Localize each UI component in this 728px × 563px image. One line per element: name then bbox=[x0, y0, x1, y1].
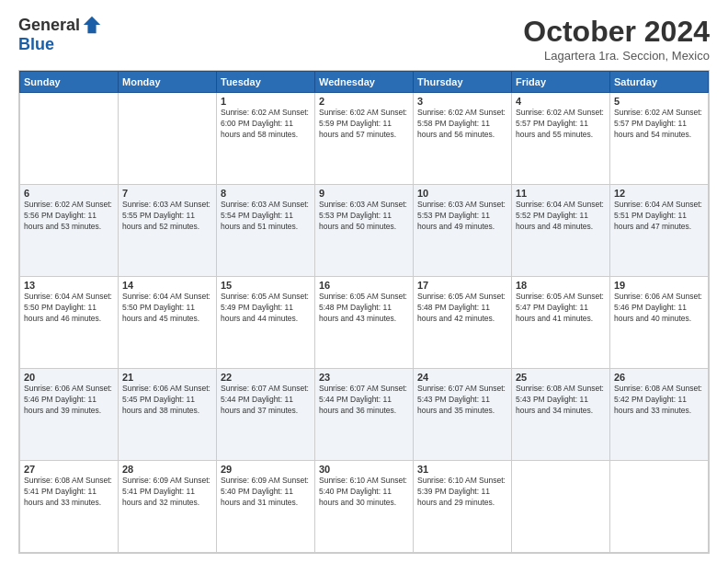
day-info: Sunrise: 6:09 AM Sunset: 5:40 PM Dayligh… bbox=[221, 476, 311, 509]
day-number: 5 bbox=[614, 96, 704, 107]
calendar-cell bbox=[610, 461, 709, 553]
day-number: 26 bbox=[614, 372, 704, 383]
day-info: Sunrise: 6:10 AM Sunset: 5:40 PM Dayligh… bbox=[319, 476, 409, 509]
calendar-header-row: SundayMondayTuesdayWednesdayThursdayFrid… bbox=[20, 72, 709, 93]
day-info: Sunrise: 6:08 AM Sunset: 5:42 PM Dayligh… bbox=[614, 384, 704, 417]
day-info: Sunrise: 6:03 AM Sunset: 5:55 PM Dayligh… bbox=[122, 200, 212, 233]
day-number: 3 bbox=[417, 96, 507, 107]
day-number: 27 bbox=[24, 464, 114, 475]
day-number: 4 bbox=[516, 96, 606, 107]
day-number: 24 bbox=[417, 372, 507, 383]
calendar-week-3: 13Sunrise: 6:04 AM Sunset: 5:50 PM Dayli… bbox=[20, 277, 709, 369]
day-number: 19 bbox=[614, 280, 704, 291]
calendar-cell: 27Sunrise: 6:08 AM Sunset: 5:41 PM Dayli… bbox=[20, 461, 119, 553]
day-info: Sunrise: 6:03 AM Sunset: 5:53 PM Dayligh… bbox=[417, 200, 507, 233]
day-info: Sunrise: 6:06 AM Sunset: 5:46 PM Dayligh… bbox=[614, 292, 704, 325]
day-info: Sunrise: 6:04 AM Sunset: 5:50 PM Dayligh… bbox=[24, 292, 114, 325]
day-number: 1 bbox=[221, 96, 311, 107]
day-info: Sunrise: 6:02 AM Sunset: 5:56 PM Dayligh… bbox=[24, 200, 114, 233]
header: General Blue October 2024 Lagartera 1ra.… bbox=[18, 15, 710, 63]
day-info: Sunrise: 6:02 AM Sunset: 5:59 PM Dayligh… bbox=[319, 108, 409, 141]
day-info: Sunrise: 6:10 AM Sunset: 5:39 PM Dayligh… bbox=[417, 476, 507, 509]
calendar-cell: 4Sunrise: 6:02 AM Sunset: 5:57 PM Daylig… bbox=[512, 93, 610, 185]
calendar-cell: 26Sunrise: 6:08 AM Sunset: 5:42 PM Dayli… bbox=[610, 369, 709, 461]
calendar-cell: 15Sunrise: 6:05 AM Sunset: 5:49 PM Dayli… bbox=[217, 277, 315, 369]
day-info: Sunrise: 6:03 AM Sunset: 5:53 PM Dayligh… bbox=[319, 200, 409, 233]
day-number: 20 bbox=[24, 372, 114, 383]
day-header-monday: Monday bbox=[119, 72, 217, 93]
calendar-cell: 18Sunrise: 6:05 AM Sunset: 5:47 PM Dayli… bbox=[512, 277, 610, 369]
logo-icon bbox=[82, 15, 102, 35]
calendar-cell: 6Sunrise: 6:02 AM Sunset: 5:56 PM Daylig… bbox=[20, 185, 119, 277]
calendar-cell: 25Sunrise: 6:08 AM Sunset: 5:43 PM Dayli… bbox=[512, 369, 610, 461]
calendar-week-1: 1Sunrise: 6:02 AM Sunset: 6:00 PM Daylig… bbox=[20, 93, 709, 185]
day-header-sunday: Sunday bbox=[20, 72, 119, 93]
day-number: 31 bbox=[417, 464, 507, 475]
day-header-thursday: Thursday bbox=[414, 72, 512, 93]
day-info: Sunrise: 6:02 AM Sunset: 5:57 PM Dayligh… bbox=[614, 108, 704, 141]
day-number: 18 bbox=[516, 280, 606, 291]
calendar-cell: 17Sunrise: 6:05 AM Sunset: 5:48 PM Dayli… bbox=[414, 277, 512, 369]
calendar-cell: 30Sunrise: 6:10 AM Sunset: 5:40 PM Dayli… bbox=[315, 461, 414, 553]
calendar: SundayMondayTuesdayWednesdayThursdayFrid… bbox=[18, 70, 710, 554]
day-info: Sunrise: 6:02 AM Sunset: 5:57 PM Dayligh… bbox=[516, 108, 606, 141]
calendar-cell: 21Sunrise: 6:06 AM Sunset: 5:45 PM Dayli… bbox=[119, 369, 217, 461]
calendar-cell: 28Sunrise: 6:09 AM Sunset: 5:41 PM Dayli… bbox=[119, 461, 217, 553]
day-number: 29 bbox=[221, 464, 311, 475]
title-block: October 2024 Lagartera 1ra. Seccion, Mex… bbox=[523, 15, 710, 63]
day-number: 11 bbox=[516, 188, 606, 199]
calendar-cell: 20Sunrise: 6:06 AM Sunset: 5:46 PM Dayli… bbox=[20, 369, 119, 461]
calendar-week-4: 20Sunrise: 6:06 AM Sunset: 5:46 PM Dayli… bbox=[20, 369, 709, 461]
calendar-cell bbox=[512, 461, 610, 553]
day-info: Sunrise: 6:04 AM Sunset: 5:52 PM Dayligh… bbox=[516, 200, 606, 233]
day-info: Sunrise: 6:05 AM Sunset: 5:48 PM Dayligh… bbox=[417, 292, 507, 325]
calendar-cell: 23Sunrise: 6:07 AM Sunset: 5:44 PM Dayli… bbox=[315, 369, 414, 461]
calendar-cell: 13Sunrise: 6:04 AM Sunset: 5:50 PM Dayli… bbox=[20, 277, 119, 369]
calendar-cell: 24Sunrise: 6:07 AM Sunset: 5:43 PM Dayli… bbox=[414, 369, 512, 461]
day-number: 25 bbox=[516, 372, 606, 383]
calendar-cell: 10Sunrise: 6:03 AM Sunset: 5:53 PM Dayli… bbox=[414, 185, 512, 277]
day-number: 17 bbox=[417, 280, 507, 291]
day-info: Sunrise: 6:08 AM Sunset: 5:41 PM Dayligh… bbox=[24, 476, 114, 509]
day-info: Sunrise: 6:04 AM Sunset: 5:50 PM Dayligh… bbox=[122, 292, 212, 325]
day-header-friday: Friday bbox=[512, 72, 610, 93]
month-title: October 2024 bbox=[523, 15, 710, 49]
calendar-cell: 22Sunrise: 6:07 AM Sunset: 5:44 PM Dayli… bbox=[217, 369, 315, 461]
day-number: 14 bbox=[122, 280, 212, 291]
calendar-week-2: 6Sunrise: 6:02 AM Sunset: 5:56 PM Daylig… bbox=[20, 185, 709, 277]
calendar-cell: 11Sunrise: 6:04 AM Sunset: 5:52 PM Dayli… bbox=[512, 185, 610, 277]
day-info: Sunrise: 6:04 AM Sunset: 5:51 PM Dayligh… bbox=[614, 200, 704, 233]
location: Lagartera 1ra. Seccion, Mexico bbox=[523, 49, 710, 63]
calendar-cell: 9Sunrise: 6:03 AM Sunset: 5:53 PM Daylig… bbox=[315, 185, 414, 277]
day-info: Sunrise: 6:03 AM Sunset: 5:54 PM Dayligh… bbox=[221, 200, 311, 233]
day-info: Sunrise: 6:06 AM Sunset: 5:46 PM Dayligh… bbox=[24, 384, 114, 417]
calendar-cell: 2Sunrise: 6:02 AM Sunset: 5:59 PM Daylig… bbox=[315, 93, 414, 185]
day-number: 6 bbox=[24, 188, 114, 199]
day-number: 15 bbox=[221, 280, 311, 291]
calendar-cell: 1Sunrise: 6:02 AM Sunset: 6:00 PM Daylig… bbox=[217, 93, 315, 185]
calendar-cell: 12Sunrise: 6:04 AM Sunset: 5:51 PM Dayli… bbox=[610, 185, 709, 277]
day-info: Sunrise: 6:02 AM Sunset: 6:00 PM Dayligh… bbox=[221, 108, 311, 141]
day-number: 8 bbox=[221, 188, 311, 199]
calendar-cell: 19Sunrise: 6:06 AM Sunset: 5:46 PM Dayli… bbox=[610, 277, 709, 369]
day-number: 28 bbox=[122, 464, 212, 475]
calendar-cell: 7Sunrise: 6:03 AM Sunset: 5:55 PM Daylig… bbox=[119, 185, 217, 277]
day-info: Sunrise: 6:05 AM Sunset: 5:49 PM Dayligh… bbox=[221, 292, 311, 325]
page: General Blue October 2024 Lagartera 1ra.… bbox=[0, 0, 728, 563]
day-number: 2 bbox=[319, 96, 409, 107]
day-number: 21 bbox=[122, 372, 212, 383]
calendar-cell: 16Sunrise: 6:05 AM Sunset: 5:48 PM Dayli… bbox=[315, 277, 414, 369]
day-info: Sunrise: 6:05 AM Sunset: 5:47 PM Dayligh… bbox=[516, 292, 606, 325]
calendar-cell: 8Sunrise: 6:03 AM Sunset: 5:54 PM Daylig… bbox=[217, 185, 315, 277]
day-number: 30 bbox=[319, 464, 409, 475]
calendar-cell: 3Sunrise: 6:02 AM Sunset: 5:58 PM Daylig… bbox=[414, 93, 512, 185]
day-info: Sunrise: 6:07 AM Sunset: 5:43 PM Dayligh… bbox=[417, 384, 507, 417]
calendar-cell bbox=[119, 93, 217, 185]
day-number: 12 bbox=[614, 188, 704, 199]
day-number: 7 bbox=[122, 188, 212, 199]
svg-marker-0 bbox=[84, 17, 100, 33]
calendar-cell bbox=[20, 93, 119, 185]
day-number: 13 bbox=[24, 280, 114, 291]
day-header-saturday: Saturday bbox=[610, 72, 709, 93]
day-info: Sunrise: 6:02 AM Sunset: 5:58 PM Dayligh… bbox=[417, 108, 507, 141]
